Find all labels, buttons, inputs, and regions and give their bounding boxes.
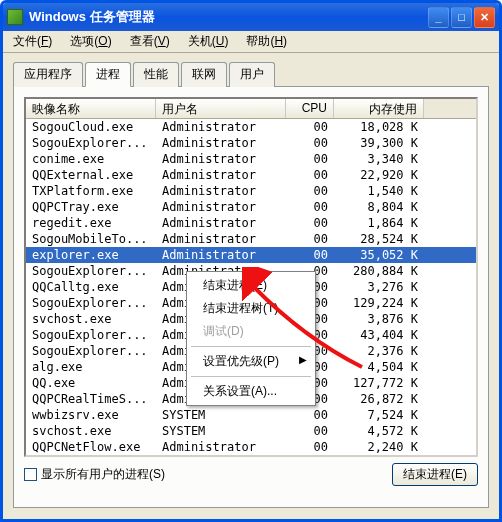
cell-mem: 3,276 K [334, 279, 424, 295]
tab-4[interactable]: 用户 [229, 62, 275, 87]
cell-name: svchost.exe [26, 311, 156, 327]
cell-name: svchost.exe [26, 423, 156, 439]
cell-mem: 4,572 K [334, 423, 424, 439]
tab-2[interactable]: 性能 [133, 62, 179, 87]
listview-header: 映像名称 用户名 CPU 内存使用 [26, 99, 476, 119]
table-row[interactable]: SogouCloud.exeAdministrator0018,028 K [26, 119, 476, 135]
context-item-0[interactable]: 结束进程(E) [189, 274, 313, 297]
context-item-4[interactable]: 设置优先级(P)▶ [189, 350, 313, 373]
table-row[interactable]: QQPCNetFlow.exeAdministrator002,240 K [26, 439, 476, 455]
maximize-button[interactable]: □ [451, 7, 472, 28]
cell-name: conime.exe [26, 151, 156, 167]
cell-user: Administrator [156, 167, 286, 183]
titlebar[interactable]: Windows 任务管理器 _ □ ✕ [3, 3, 499, 31]
column-image-name[interactable]: 映像名称 [26, 99, 156, 118]
cell-name: regedit.exe [26, 215, 156, 231]
tab-0[interactable]: 应用程序 [13, 62, 83, 87]
cell-name: QQ.exe [26, 375, 156, 391]
cell-mem: 2,376 K [334, 343, 424, 359]
tab-strip: 应用程序进程性能联网用户 [13, 62, 489, 87]
cell-mem: 7,524 K [334, 407, 424, 423]
menu-o[interactable]: 选项(O) [66, 31, 115, 52]
table-row[interactable]: svchost.exeSYSTEM004,572 K [26, 423, 476, 439]
cell-name: QQPCTray.exe [26, 199, 156, 215]
bottom-bar: 显示所有用户的进程(S) 结束进程(E) [24, 463, 478, 486]
task-manager-window: Windows 任务管理器 _ □ ✕ 文件(F)选项(O)查看(V)关机(U)… [0, 0, 502, 522]
cell-user: Administrator [156, 183, 286, 199]
cell-name: QQCalltg.exe [26, 279, 156, 295]
cell-cpu: 00 [286, 407, 334, 423]
cell-name: SogouExplorer... [26, 343, 156, 359]
cell-mem: 39,300 K [334, 135, 424, 151]
cell-cpu: 00 [286, 423, 334, 439]
column-user-name[interactable]: 用户名 [156, 99, 286, 118]
table-row[interactable]: QQExternal.exeAdministrator0022,920 K [26, 167, 476, 183]
cell-cpu: 00 [286, 247, 334, 263]
cell-mem: 28,524 K [334, 231, 424, 247]
cell-name: SogouExplorer... [26, 327, 156, 343]
cell-mem: 8,804 K [334, 199, 424, 215]
checkbox-icon [24, 468, 37, 481]
cell-mem: 280,884 K [334, 263, 424, 279]
cell-mem: 3,876 K [334, 311, 424, 327]
app-icon [7, 9, 23, 25]
cell-mem: 18,028 K [334, 119, 424, 135]
table-row[interactable]: conime.exeAdministrator003,340 K [26, 151, 476, 167]
cell-user: Administrator [156, 119, 286, 135]
cell-user: Administrator [156, 151, 286, 167]
table-row[interactable]: wwbizsrv.exeSYSTEM007,524 K [26, 407, 476, 423]
cell-user: Administrator [156, 439, 286, 455]
cell-user: Administrator [156, 231, 286, 247]
minimize-button[interactable]: _ [428, 7, 449, 28]
context-item-6[interactable]: 关系设置(A)... [189, 380, 313, 403]
table-row[interactable]: QQPCTray.exeAdministrator008,804 K [26, 199, 476, 215]
show-all-users-checkbox[interactable]: 显示所有用户的进程(S) [24, 466, 165, 483]
column-memory[interactable]: 内存使用 [334, 99, 424, 118]
tab-1[interactable]: 进程 [85, 62, 131, 87]
context-menu[interactable]: 结束进程(E)结束进程树(T)调试(D)设置优先级(P)▶关系设置(A)... [186, 271, 316, 406]
cell-cpu: 00 [286, 183, 334, 199]
cell-name: SogouCloud.exe [26, 119, 156, 135]
chevron-right-icon: ▶ [299, 354, 307, 365]
context-item-2: 调试(D) [189, 320, 313, 343]
show-all-users-label: 显示所有用户的进程(S) [41, 466, 165, 483]
window-title: Windows 任务管理器 [29, 8, 428, 26]
cell-mem: 129,224 K [334, 295, 424, 311]
cell-name: alg.exe [26, 359, 156, 375]
content-area: 应用程序进程性能联网用户 映像名称 用户名 CPU 内存使用 SogouClou… [3, 53, 499, 518]
cell-name: TXPlatform.exe [26, 183, 156, 199]
close-button[interactable]: ✕ [474, 7, 495, 28]
table-row[interactable]: SogouMobileTo...Administrator0028,524 K [26, 231, 476, 247]
cell-mem: 1,540 K [334, 183, 424, 199]
cell-cpu: 00 [286, 231, 334, 247]
cell-cpu: 00 [286, 151, 334, 167]
table-row[interactable]: explorer.exeAdministrator0035,052 K [26, 247, 476, 263]
table-row[interactable]: SogouExplorer...Administrator0039,300 K [26, 135, 476, 151]
cell-name: SogouExplorer... [26, 295, 156, 311]
cell-mem: 2,240 K [334, 439, 424, 455]
column-cpu[interactable]: CPU [286, 99, 334, 118]
menu-f[interactable]: 文件(F) [9, 31, 56, 52]
cell-name: QQPCRealTimeS... [26, 391, 156, 407]
tab-3[interactable]: 联网 [181, 62, 227, 87]
cell-name: SogouMobileTo... [26, 231, 156, 247]
end-process-button[interactable]: 结束进程(E) [392, 463, 478, 486]
cell-user: Administrator [156, 215, 286, 231]
table-row[interactable]: regedit.exeAdministrator001,864 K [26, 215, 476, 231]
cell-cpu: 00 [286, 135, 334, 151]
table-row[interactable]: TXPlatform.exeAdministrator001,540 K [26, 183, 476, 199]
cell-cpu: 00 [286, 199, 334, 215]
context-item-1[interactable]: 结束进程树(T) [189, 297, 313, 320]
cell-user: Administrator [156, 135, 286, 151]
tab-panel-processes: 映像名称 用户名 CPU 内存使用 SogouCloud.exeAdminist… [13, 86, 489, 508]
menu-u[interactable]: 关机(U) [184, 31, 233, 52]
cell-mem: 35,052 K [334, 247, 424, 263]
cell-name: wwbizsrv.exe [26, 407, 156, 423]
menu-h[interactable]: 帮助(H) [242, 31, 291, 52]
menu-v[interactable]: 查看(V) [126, 31, 174, 52]
cell-cpu: 00 [286, 215, 334, 231]
cell-cpu: 00 [286, 119, 334, 135]
cell-name: QQPCNetFlow.exe [26, 439, 156, 455]
cell-mem: 127,772 K [334, 375, 424, 391]
cell-name: SogouExplorer... [26, 135, 156, 151]
